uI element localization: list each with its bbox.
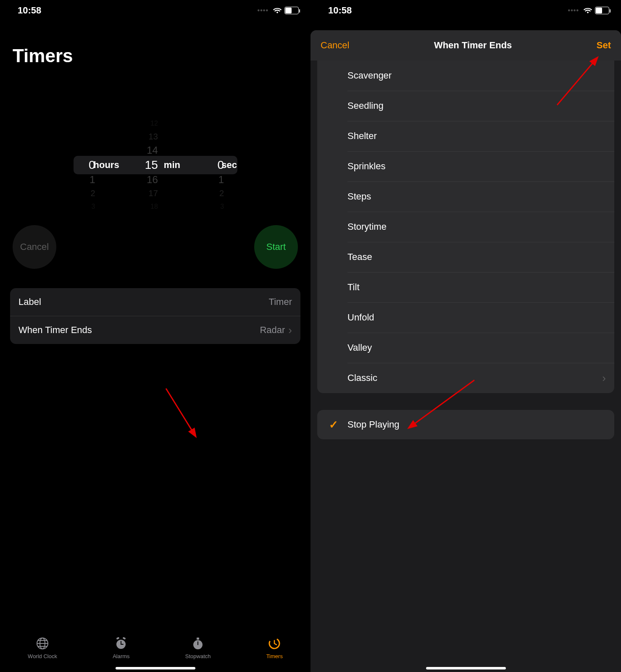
sheet-title: When Timer Ends [434,40,512,51]
svg-rect-6 [116,637,120,640]
chevron-right-icon: › [288,325,292,336]
status-time: 10:58 [328,5,352,16]
sound-row[interactable]: Storytime [317,212,614,242]
screen-timers: 10:58 •••• 47 Timers [0,0,310,672]
sound-row[interactable]: Shelter [317,121,614,151]
picker-sec-unit: sec [221,160,237,171]
alarm-icon [114,637,128,651]
cancel-button[interactable]: Cancel [13,225,56,269]
home-indicator[interactable] [116,667,195,669]
chevron-right-icon: › [602,372,606,385]
picker-sec-value: 0 [204,157,224,173]
battery-icon: 47 [595,7,609,14]
picker-seconds[interactable]: 0 1 2 3 sec [184,117,250,213]
picker-min-unit: min [164,160,180,171]
tab-stopwatch[interactable]: Stopwatch [185,637,211,659]
tab-bar: World Clock Alarms Stopwatch Timers [0,631,310,667]
tab-world-clock[interactable]: World Clock [28,637,57,659]
signal-dots-icon: •••• [258,7,268,14]
set-button[interactable]: Set [597,40,611,51]
battery-icon: 47 [284,7,299,14]
status-bar: 10:58 •••• 47 [0,0,310,21]
sound-row[interactable]: Scavenger [317,60,614,91]
sound-row-classic[interactable]: Classic › [317,363,614,393]
ends-row-title: When Timer Ends [18,325,92,336]
start-button[interactable]: Start [254,225,298,269]
wifi-icon [273,7,282,14]
tab-timers[interactable]: Timers [266,637,283,659]
status-bar: 10:58 •••• 47 [310,0,621,21]
sound-row[interactable]: Seedling [317,91,614,121]
time-picker[interactable]: 0 1 2 3 hours 12 13 14 15 16 17 18 min [61,117,250,213]
signal-dots-icon: •••• [568,7,579,14]
sound-row[interactable]: Unfold [317,302,614,333]
picker-hours-value: 0 [75,157,95,173]
picker-hours[interactable]: 0 1 2 3 hours [61,117,121,213]
sound-row[interactable]: Steps [317,181,614,212]
sound-picker-sheet: Cancel When Timer Ends Set Scavenger See… [310,30,621,672]
wifi-icon [583,7,592,14]
svg-rect-7 [123,637,126,640]
label-row[interactable]: Label Timer [10,288,300,316]
label-row-title: Label [18,297,41,307]
page-title: Timers [0,21,310,66]
stop-playing-label: Stop Playing [347,419,400,430]
stopwatch-icon [191,637,205,651]
screen-when-timer-ends: 10:58 •••• 47 Cancel When Timer Ends Set… [310,0,621,672]
label-row-value: Timer [269,297,292,307]
cancel-button[interactable]: Cancel [321,40,349,51]
sound-row[interactable]: Tilt [317,272,614,302]
svg-rect-9 [197,638,199,640]
annotation-arrow [164,386,202,443]
ends-row-value: Radar [260,325,285,336]
timer-settings-card: Label Timer When Timer Ends Radar › [10,288,300,344]
sound-row[interactable]: Valley [317,333,614,363]
picker-hours-unit: hours [94,160,119,171]
picker-minutes[interactable]: 12 13 14 15 16 17 18 min [121,117,184,213]
home-indicator[interactable] [426,667,506,669]
sound-row[interactable]: Tease [317,242,614,272]
globe-icon [36,637,49,651]
check-icon: ✓ [329,418,338,431]
timer-icon [268,637,281,651]
sound-row[interactable]: Sprinkles [317,151,614,181]
svg-line-11 [166,388,195,436]
stop-playing-card: ✓ Stop Playing [317,410,614,439]
sound-list[interactable]: Scavenger Seedling Shelter Sprinkles Ste… [317,60,614,393]
status-time: 10:58 [18,5,41,16]
when-timer-ends-row[interactable]: When Timer Ends Radar › [10,316,300,344]
stop-playing-row[interactable]: ✓ Stop Playing [317,410,614,439]
sheet-header: Cancel When Timer Ends Set [310,30,621,60]
picker-min-value: 15 [138,157,158,173]
tab-alarms[interactable]: Alarms [113,637,129,659]
